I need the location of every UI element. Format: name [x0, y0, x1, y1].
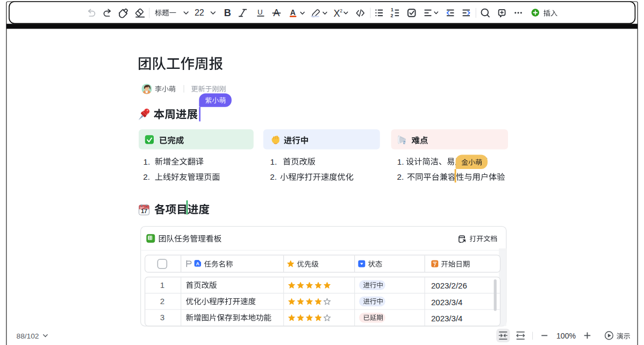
svg-text:A: A — [290, 8, 296, 17]
svg-text:1.: 1. — [144, 157, 151, 166]
svg-text:1.: 1. — [397, 157, 404, 166]
svg-text:2023/3/4: 2023/3/4 — [431, 314, 462, 323]
svg-text:2023/2/26: 2023/2/26 — [431, 281, 467, 290]
svg-text:U: U — [257, 8, 263, 16]
svg-text:2: 2 — [391, 13, 393, 18]
svg-text:3: 3 — [160, 313, 164, 322]
svg-text:100%: 100% — [556, 332, 576, 340]
svg-text:2023/3/4: 2023/3/4 — [431, 298, 462, 307]
svg-text:1: 1 — [160, 280, 164, 290]
svg-text:2.: 2. — [270, 172, 277, 181]
svg-text:A: A — [196, 261, 200, 266]
svg-text:2.: 2. — [397, 172, 404, 181]
svg-text:2: 2 — [340, 8, 342, 13]
svg-text:17: 17 — [141, 208, 147, 215]
svg-text:2.: 2. — [143, 172, 150, 181]
svg-text:1: 1 — [391, 7, 393, 12]
svg-text:2: 2 — [160, 297, 164, 306]
svg-text:88/102: 88/102 — [17, 332, 39, 340]
svg-text:22: 22 — [195, 8, 204, 17]
svg-text:B: B — [224, 8, 231, 18]
svg-text:7: 7 — [434, 262, 437, 267]
svg-text:1.: 1. — [270, 157, 277, 166]
svg-text:X: X — [334, 8, 340, 19]
